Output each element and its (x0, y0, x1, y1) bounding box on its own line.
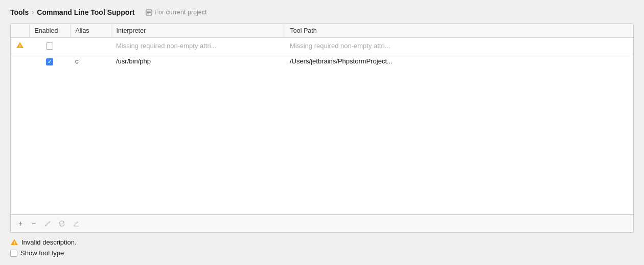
table-scroll-area: Enabled Alias Interpreter Tool Path !Mis… (11, 24, 633, 214)
table-row[interactable]: !Missing required non-empty attri...Miss… (11, 38, 633, 54)
cell-enabled-1[interactable]: ✓ (29, 54, 70, 69)
col-header-toolpath: Tool Path (285, 24, 633, 38)
footer: ! Invalid description. Show tool type (10, 238, 634, 257)
col-header-enabled: Enabled (29, 24, 70, 38)
row-warning-icon: ! (16, 41, 24, 49)
svg-text:!: ! (14, 240, 15, 246)
cell-alias-0 (70, 38, 111, 54)
toolpath-missing-0: Missing required non-empty attri... (290, 42, 390, 50)
pencil-icon (44, 220, 51, 227)
cell-alias-1: c (70, 54, 111, 69)
cell-interpreter-1: /usr/bin/php (111, 54, 285, 69)
cell-warning-1 (11, 54, 29, 69)
refresh-tool-button[interactable] (56, 218, 68, 229)
checkbox-unchecked-0[interactable] (46, 42, 53, 50)
cell-interpreter-0: Missing required non-empty attri... (111, 38, 285, 54)
scope-icon (146, 9, 152, 16)
table-header-row: Enabled Alias Interpreter Tool Path (11, 24, 633, 38)
edit-tool-button[interactable] (41, 218, 54, 229)
show-tool-type-label: Show tool type (20, 249, 64, 257)
warning-icon: ! (10, 238, 18, 246)
remove-tool-button[interactable]: − (28, 218, 39, 229)
add-tool-button[interactable]: + (15, 218, 26, 229)
rename-tool-button[interactable] (70, 218, 82, 229)
col-header-interpreter: Interpreter (111, 24, 285, 38)
svg-text:!: ! (19, 43, 21, 49)
cell-warning-0: ! (11, 38, 29, 54)
col-header-alias: Alias (70, 24, 111, 38)
refresh-icon (58, 220, 65, 227)
cell-toolpath-0: Missing required non-empty attri... (285, 38, 633, 54)
interpreter-missing-0: Missing required non-empty attri... (116, 42, 217, 50)
show-tool-type-checkbox[interactable] (10, 250, 17, 257)
cell-toolpath-1: /Users/jetbrains/PhpstormProject... (285, 54, 633, 69)
table-toolbar: + − (11, 214, 633, 232)
checkbox-checked-1[interactable]: ✓ (46, 58, 53, 65)
svg-line-6 (49, 222, 50, 223)
scope-indicator: For current project (146, 9, 206, 16)
tool-table-container: Enabled Alias Interpreter Tool Path !Mis… (10, 24, 634, 233)
tools-table: Enabled Alias Interpreter Tool Path !Mis… (11, 24, 633, 69)
col-header-warning (11, 24, 29, 38)
warning-text: Invalid description. (21, 238, 77, 246)
edit-icon (73, 220, 80, 227)
page-title: Command Line Tool Support (37, 8, 134, 16)
warning-message: ! Invalid description. (10, 238, 634, 246)
table-row[interactable]: ✓c/usr/bin/php/Users/jetbrains/PhpstormP… (11, 54, 633, 69)
tools-link[interactable]: Tools (10, 8, 29, 16)
breadcrumb: Tools › Command Line Tool Support For cu… (10, 8, 634, 16)
scope-label: For current project (154, 9, 206, 16)
cell-enabled-0[interactable] (29, 38, 70, 54)
breadcrumb-chevron: › (32, 9, 34, 16)
show-tool-type-row: Show tool type (10, 249, 634, 257)
